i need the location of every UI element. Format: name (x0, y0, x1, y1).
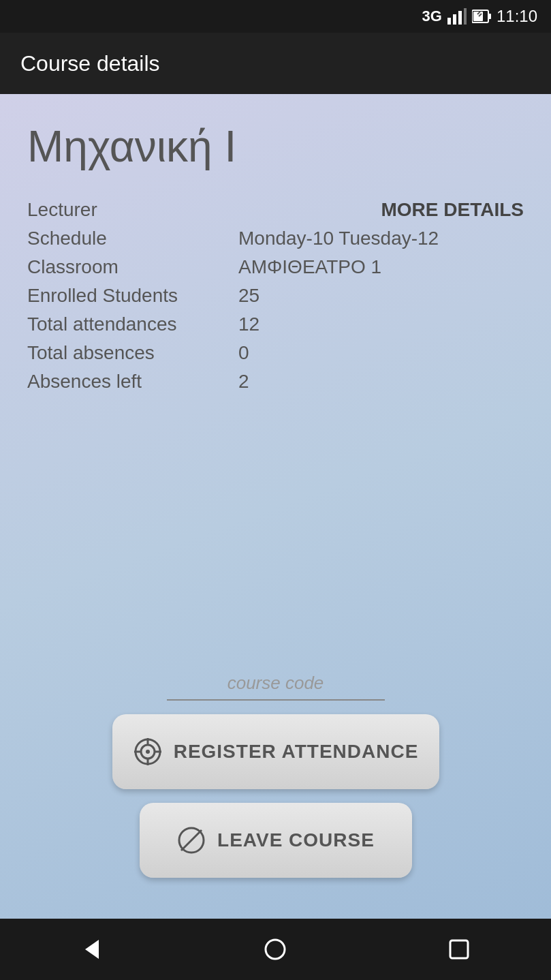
status-bar: 3G 11:10 (0, 0, 551, 33)
absences-left-row: Absences left 2 (27, 371, 524, 393)
target-icon (133, 737, 163, 767)
svg-rect-0 (447, 18, 451, 25)
svg-rect-20 (450, 940, 468, 958)
battery-icon (472, 9, 491, 24)
total-attendances-value: 12 (238, 313, 259, 335)
svg-point-19 (266, 940, 285, 959)
back-button[interactable] (65, 929, 119, 970)
status-icons: 3G 11:10 (422, 7, 537, 26)
svg-rect-2 (458, 11, 462, 25)
enrolled-value: 25 (238, 285, 259, 307)
classroom-row: Classroom ΑΜΦΙΘΕΑΤΡΟ 1 (27, 256, 524, 278)
lecturer-label: Lecturer (27, 199, 232, 221)
absences-left-value: 2 (238, 371, 249, 393)
home-icon (263, 937, 287, 962)
svg-rect-3 (464, 8, 467, 25)
course-code-input[interactable] (167, 667, 385, 701)
classroom-label: Classroom (27, 256, 232, 278)
leave-course-button[interactable]: LEAVE COURSE (140, 803, 412, 878)
total-absences-row: Total absences 0 (27, 342, 524, 364)
more-details-button[interactable]: MORE DETAILS (381, 199, 524, 221)
svg-rect-5 (488, 14, 491, 19)
bottom-nav (0, 919, 551, 980)
recent-apps-icon (447, 938, 471, 961)
svg-point-11 (146, 750, 150, 754)
course-name: Μηχανική Ι (27, 121, 524, 172)
enrolled-row: Enrolled Students 25 (27, 285, 524, 307)
block-icon (176, 825, 206, 855)
register-attendance-button[interactable]: REGISTER ATTENDANCE (112, 714, 439, 789)
leave-course-label: LEAVE COURSE (217, 829, 375, 851)
absences-left-label: Absences left (27, 371, 232, 393)
page-title: Course details (20, 51, 160, 76)
buttons-container: REGISTER ATTENDANCE LEAVE COURSE (27, 714, 524, 878)
classroom-value: ΑΜΦΙΘΕΑΤΡΟ 1 (238, 256, 381, 278)
course-code-container (27, 667, 524, 701)
main-content: Μηχανική Ι Lecturer MORE DETAILS Schedul… (0, 94, 551, 919)
lecturer-row: Lecturer MORE DETAILS (27, 199, 524, 221)
register-attendance-label: REGISTER ATTENDANCE (174, 741, 419, 763)
enrolled-label: Enrolled Students (27, 285, 232, 307)
course-details: Lecturer MORE DETAILS Schedule Monday-10… (27, 199, 524, 393)
schedule-row: Schedule Monday-10 Tuesday-12 (27, 228, 524, 249)
schedule-value: Monday-10 Tuesday-12 (238, 228, 439, 249)
network-indicator: 3G (422, 7, 442, 25)
schedule-label: Schedule (27, 228, 232, 249)
time-display: 11:10 (497, 7, 537, 26)
back-icon (80, 937, 104, 962)
svg-marker-18 (85, 940, 99, 959)
home-button[interactable] (248, 929, 302, 970)
total-absences-value: 0 (238, 342, 249, 364)
total-attendances-row: Total attendances 12 (27, 313, 524, 335)
app-bar: Course details (0, 33, 551, 94)
total-attendances-label: Total attendances (27, 313, 232, 335)
total-absences-label: Total absences (27, 342, 232, 364)
recent-apps-button[interactable] (432, 929, 486, 970)
svg-line-17 (181, 830, 202, 851)
signal-icon (447, 8, 467, 25)
svg-rect-1 (453, 14, 456, 25)
